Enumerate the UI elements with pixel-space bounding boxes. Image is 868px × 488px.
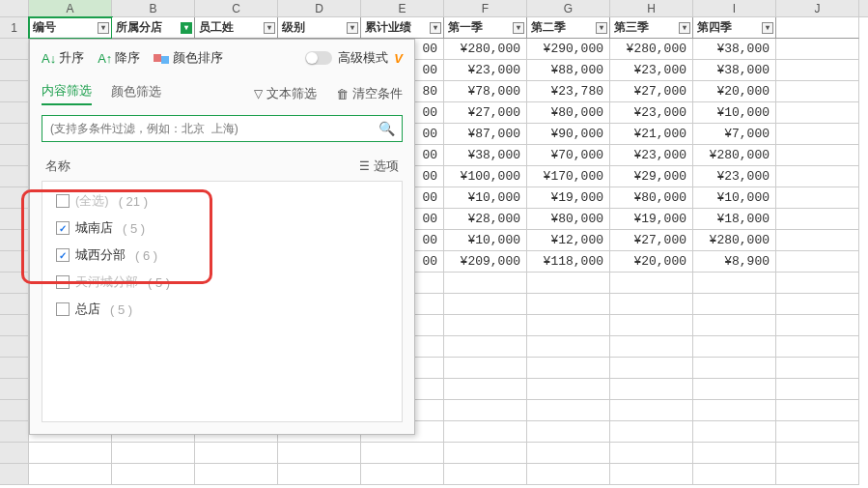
cell[interactable] bbox=[693, 443, 776, 464]
col-header-b[interactable]: B bbox=[112, 0, 195, 16]
filter-item[interactable]: 天河城分部( 5 ) bbox=[42, 269, 402, 296]
cell[interactable]: ¥280,000 bbox=[693, 145, 776, 166]
cell[interactable] bbox=[112, 443, 195, 464]
cell[interactable]: ¥280,000 bbox=[444, 39, 527, 60]
cell[interactable] bbox=[444, 294, 527, 315]
text-filter-button[interactable]: ▽文本筛选 bbox=[254, 85, 317, 102]
cell[interactable] bbox=[776, 166, 859, 187]
row-number[interactable] bbox=[0, 336, 29, 358]
cell[interactable]: ¥19,000 bbox=[610, 209, 693, 230]
row-number[interactable] bbox=[0, 421, 29, 443]
cell[interactable] bbox=[776, 358, 859, 379]
cell[interactable] bbox=[29, 464, 112, 485]
checkbox-icon[interactable] bbox=[56, 275, 70, 289]
cell[interactable] bbox=[610, 421, 693, 443]
tab-color-filter[interactable]: 颜色筛选 bbox=[111, 83, 161, 104]
row-number[interactable] bbox=[0, 315, 29, 336]
row-number[interactable] bbox=[0, 145, 29, 166]
cell[interactable] bbox=[776, 251, 859, 273]
col-header-c[interactable]: C bbox=[195, 0, 278, 16]
cell[interactable]: ¥70,000 bbox=[527, 145, 610, 166]
cell[interactable] bbox=[610, 464, 693, 485]
row-number[interactable] bbox=[0, 39, 29, 60]
cell[interactable] bbox=[195, 443, 278, 464]
cell[interactable]: ¥280,000 bbox=[693, 230, 776, 251]
cell[interactable]: ¥100,000 bbox=[444, 166, 527, 187]
cell[interactable] bbox=[776, 102, 859, 124]
cell[interactable] bbox=[776, 145, 859, 166]
row-number[interactable] bbox=[0, 358, 29, 379]
checkbox-icon[interactable] bbox=[56, 221, 70, 235]
cell[interactable]: ¥27,000 bbox=[444, 102, 527, 124]
cell[interactable] bbox=[527, 421, 610, 443]
row-number[interactable] bbox=[0, 209, 29, 230]
cell[interactable] bbox=[610, 273, 693, 294]
row-number[interactable] bbox=[0, 443, 29, 464]
col-header-d[interactable]: D bbox=[278, 0, 361, 16]
cell[interactable] bbox=[195, 464, 278, 485]
options-button[interactable]: ☰选项 bbox=[359, 158, 399, 175]
cell[interactable]: ¥80,000 bbox=[527, 102, 610, 124]
row-number[interactable]: 1 bbox=[0, 17, 29, 39]
cell[interactable] bbox=[776, 294, 859, 315]
row-number[interactable] bbox=[0, 294, 29, 315]
cell[interactable]: ¥38,000 bbox=[444, 145, 527, 166]
row-number[interactable] bbox=[0, 102, 29, 124]
cell[interactable]: ¥209,000 bbox=[444, 251, 527, 273]
cell[interactable] bbox=[776, 315, 859, 336]
cell[interactable] bbox=[776, 421, 859, 443]
clear-filter-button[interactable]: 🗑清空条件 bbox=[336, 85, 403, 102]
tab-content-filter[interactable]: 内容筛选 bbox=[42, 82, 92, 105]
cell[interactable]: ¥118,000 bbox=[527, 251, 610, 273]
header-cell-id[interactable]: 编号▾ bbox=[29, 17, 112, 39]
col-header-e[interactable]: E bbox=[361, 0, 444, 16]
cell[interactable]: ¥80,000 bbox=[610, 187, 693, 209]
cell[interactable] bbox=[776, 230, 859, 251]
checkbox-icon[interactable] bbox=[56, 248, 70, 262]
cell[interactable]: ¥290,000 bbox=[527, 39, 610, 60]
cell[interactable]: ¥80,000 bbox=[527, 209, 610, 230]
filter-item[interactable]: 总店( 5 ) bbox=[42, 296, 402, 323]
cell[interactable]: ¥78,000 bbox=[444, 81, 527, 102]
cell[interactable] bbox=[693, 421, 776, 443]
cell[interactable] bbox=[444, 464, 527, 485]
cell[interactable]: ¥23,000 bbox=[610, 145, 693, 166]
cell[interactable]: ¥12,000 bbox=[527, 230, 610, 251]
row-number[interactable] bbox=[0, 251, 29, 273]
cell[interactable] bbox=[776, 336, 859, 358]
row-number[interactable] bbox=[0, 166, 29, 187]
cell[interactable]: ¥7,000 bbox=[693, 124, 776, 145]
cell[interactable] bbox=[610, 400, 693, 421]
toggle-switch-icon[interactable] bbox=[305, 51, 332, 65]
cell[interactable]: ¥27,000 bbox=[610, 230, 693, 251]
cell[interactable]: ¥20,000 bbox=[610, 251, 693, 273]
cell[interactable] bbox=[693, 400, 776, 421]
cell[interactable]: ¥88,000 bbox=[527, 60, 610, 81]
cell[interactable] bbox=[610, 336, 693, 358]
cell[interactable] bbox=[444, 315, 527, 336]
cell[interactable]: ¥23,000 bbox=[610, 60, 693, 81]
sort-desc-button[interactable]: A↑降序 bbox=[98, 49, 140, 67]
cell[interactable] bbox=[444, 443, 527, 464]
cell[interactable] bbox=[776, 209, 859, 230]
cell[interactable] bbox=[693, 464, 776, 485]
cell[interactable] bbox=[361, 464, 444, 485]
search-icon[interactable]: 🔍 bbox=[378, 121, 395, 136]
cell[interactable] bbox=[693, 315, 776, 336]
filter-item[interactable]: 城西分部( 6 ) bbox=[42, 242, 402, 269]
cell[interactable] bbox=[444, 273, 527, 294]
cell[interactable] bbox=[361, 443, 444, 464]
cell[interactable] bbox=[776, 124, 859, 145]
sort-asc-button[interactable]: A↓升序 bbox=[42, 49, 84, 67]
dropdown-icon[interactable]: ▾ bbox=[513, 22, 524, 34]
header-cell-total[interactable]: 累计业绩▾ bbox=[361, 17, 444, 39]
cell[interactable]: ¥29,000 bbox=[610, 166, 693, 187]
cell[interactable] bbox=[444, 400, 527, 421]
cell[interactable]: ¥23,000 bbox=[693, 166, 776, 187]
col-header-a[interactable]: A bbox=[29, 0, 112, 16]
cell[interactable] bbox=[527, 379, 610, 400]
row-number[interactable] bbox=[0, 273, 29, 294]
cell[interactable] bbox=[776, 400, 859, 421]
cell[interactable] bbox=[527, 443, 610, 464]
cell[interactable] bbox=[776, 464, 859, 485]
